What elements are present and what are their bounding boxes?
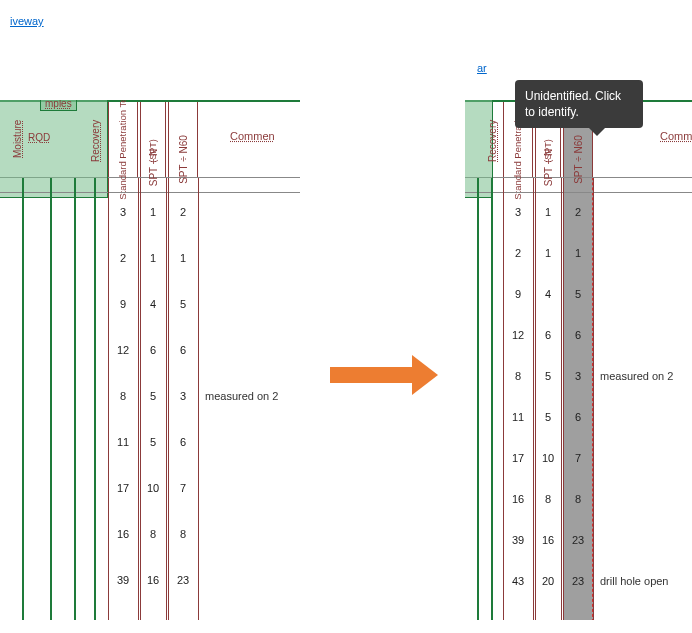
cell-spt-n: 20 <box>535 575 561 587</box>
table-row: 853measured on 2 <box>465 360 692 401</box>
header-rqd[interactable]: RQD <box>28 132 50 143</box>
cell-spt-n60: 23 <box>563 534 593 546</box>
tooltip-unidentified[interactable]: Unidentified. Click to identify. <box>515 80 643 128</box>
header-left: mples Moisture RQD Recovery Standard Pen… <box>0 100 300 178</box>
cell-spt-n: 6 <box>140 344 166 356</box>
cell-spt: 43 <box>503 575 533 587</box>
cell-spt-n60: 2 <box>563 206 593 218</box>
table-row: 1266 <box>465 319 692 360</box>
cell-spt-n: 16 <box>140 574 166 586</box>
cell-spt: 16 <box>503 493 533 505</box>
table-row: 1156 <box>0 426 300 472</box>
cell-spt: 9 <box>108 298 138 310</box>
table-row: 432023drill hole open <box>465 565 692 606</box>
header-moisture[interactable]: Moisture <box>12 120 23 158</box>
header-comments-left[interactable]: Commen <box>230 130 275 142</box>
cell-spt-n60: 5 <box>168 298 198 310</box>
cell-spt: 9 <box>503 288 533 300</box>
table-row: 17107 <box>0 472 300 518</box>
cell-spt-n60: 1 <box>563 247 593 259</box>
cell-spt-n: 4 <box>140 298 166 310</box>
table-row: 312 <box>465 196 692 237</box>
cell-spt: 39 <box>108 574 138 586</box>
cell-spt-n: 16 <box>535 534 561 546</box>
arrow-icon <box>330 355 440 395</box>
cell-spt-n: 8 <box>535 493 561 505</box>
cell-spt-n60: 6 <box>168 344 198 356</box>
cell-spt: 3 <box>503 206 533 218</box>
header-comments-right[interactable]: Comm <box>660 130 692 142</box>
table-row: 211 <box>0 242 300 288</box>
header-col-spt-n-label-right: SPT ÷ N <box>543 149 554 187</box>
cell-note: drill hole open <box>600 575 669 587</box>
header-col-spt-n60-label: SPT ÷ N60 <box>178 135 189 184</box>
cell-spt: 2 <box>108 252 138 264</box>
header-col-spt-n60[interactable]: SPT ÷ N60 <box>168 102 198 177</box>
data-body-right: 3122119451266853measured on 211561710716… <box>465 196 692 606</box>
cell-spt: 8 <box>503 370 533 382</box>
cell-spt-n: 1 <box>140 252 166 264</box>
header-col-spt-test[interactable]: Standard Penetration Test <box>108 102 138 177</box>
cell-spt-n60: 6 <box>563 329 593 341</box>
table-row: 1688 <box>0 518 300 564</box>
link-top-left[interactable]: iveway <box>10 15 44 27</box>
cell-spt-n60: 7 <box>168 482 198 494</box>
cell-spt: 11 <box>503 411 533 423</box>
cell-spt-n60: 1 <box>168 252 198 264</box>
cell-spt-n: 10 <box>140 482 166 494</box>
header-samples[interactable]: mples <box>40 100 77 111</box>
table-row: 312 <box>0 196 300 242</box>
table-row: 945 <box>465 278 692 319</box>
table-row: 945 <box>0 288 300 334</box>
cell-spt-n: 1 <box>535 206 561 218</box>
header-recovery[interactable]: Recovery <box>90 120 101 162</box>
cell-spt-n: 5 <box>535 411 561 423</box>
cell-spt: 16 <box>108 528 138 540</box>
cell-spt-n: 4 <box>535 288 561 300</box>
cell-spt: 11 <box>108 436 138 448</box>
cell-spt-n60: 23 <box>563 575 593 587</box>
header-recovery-right[interactable]: Recovery <box>487 120 498 162</box>
header-col-spt-n60-label-right: SPT ÷ N60 <box>573 135 584 184</box>
cell-spt: 17 <box>503 452 533 464</box>
table-row: 391623 <box>0 564 300 610</box>
cell-spt-n60: 3 <box>563 370 593 382</box>
cell-note: measured on 2 <box>205 390 278 402</box>
cell-spt-n60: 2 <box>168 206 198 218</box>
table-row: 1266 <box>0 334 300 380</box>
cell-spt: 8 <box>108 390 138 402</box>
cell-spt: 17 <box>108 482 138 494</box>
cell-spt: 3 <box>108 206 138 218</box>
table-row: 1156 <box>465 401 692 442</box>
cell-note: measured on 2 <box>600 370 673 382</box>
cell-spt-n: 1 <box>140 206 166 218</box>
cell-spt: 12 <box>503 329 533 341</box>
cell-spt-n: 6 <box>535 329 561 341</box>
cell-spt-n: 1 <box>535 247 561 259</box>
panel-after: Recovery Standard Penetration Test (SPT)… <box>465 100 692 620</box>
table-row: 853measured on 2 <box>0 380 300 426</box>
tooltip-text: Unidentified. Click to identify. <box>525 89 621 119</box>
cell-spt: 39 <box>503 534 533 546</box>
header-col-spt-test-label: Standard Penetration Test <box>118 100 128 200</box>
cell-spt: 12 <box>108 344 138 356</box>
cell-spt-n60: 5 <box>563 288 593 300</box>
table-row: 211 <box>465 237 692 278</box>
cell-spt-n60: 6 <box>168 436 198 448</box>
cell-spt-n: 5 <box>140 436 166 448</box>
table-row: 1688 <box>465 483 692 524</box>
cell-spt-n60: 23 <box>168 574 198 586</box>
cell-spt-n: 5 <box>140 390 166 402</box>
cell-spt-n: 10 <box>535 452 561 464</box>
data-body-left: 3122119451266853measured on 211561710716… <box>0 196 300 610</box>
table-row: 391623 <box>465 524 692 565</box>
cell-spt-n: 5 <box>535 370 561 382</box>
header-col-spt-n-label: SPT ÷ N <box>148 149 159 187</box>
panel-before: mples Moisture RQD Recovery Standard Pen… <box>0 100 300 620</box>
cell-spt-n60: 6 <box>563 411 593 423</box>
header-col-spt-n[interactable]: (SPT) SPT ÷ N <box>140 102 166 177</box>
link-top-right-b[interactable]: ar <box>477 62 487 74</box>
cell-spt-n60: 3 <box>168 390 198 402</box>
cell-spt-n60: 7 <box>563 452 593 464</box>
cell-spt-n: 8 <box>140 528 166 540</box>
